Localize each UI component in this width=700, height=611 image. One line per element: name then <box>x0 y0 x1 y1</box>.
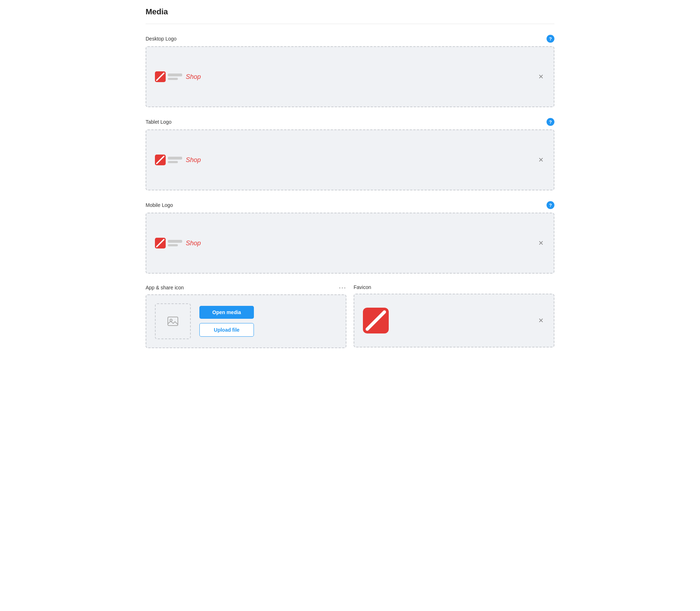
tablet-logo-section: Tablet Logo ? Shop ✕ <box>146 118 554 190</box>
mobile-logo-remove-button[interactable]: ✕ <box>537 238 545 248</box>
mobile-logo-gray-bar-sm <box>168 244 178 246</box>
page-title: Media <box>146 7 554 24</box>
mobile-logo-gray-bar <box>168 240 182 243</box>
desktop-logo-help-icon[interactable]: ? <box>547 35 554 43</box>
mobile-logo-dropzone[interactable]: Shop ✕ <box>146 213 554 274</box>
desktop-logo-gray-bar <box>168 74 182 76</box>
svg-rect-6 <box>168 317 178 326</box>
tablet-logo-help-icon[interactable]: ? <box>547 118 554 126</box>
desktop-logo-remove-button[interactable]: ✕ <box>537 72 545 81</box>
app-share-icon-buttons: Open media Upload file <box>199 306 254 337</box>
app-share-icon-placeholder <box>155 303 191 339</box>
app-share-icon-section: App & share icon ··· Open media Upload f… <box>146 284 346 348</box>
app-share-icon-more-button[interactable]: ··· <box>339 284 346 291</box>
svg-point-7 <box>170 319 172 321</box>
desktop-logo-shop-text: Shop <box>186 73 201 81</box>
favicon-label: Favicon <box>354 284 371 290</box>
tablet-logo-shop-text: Shop <box>186 156 201 164</box>
bottom-row: App & share icon ··· Open media Upload f… <box>146 284 554 348</box>
mobile-logo-help-icon[interactable]: ? <box>547 201 554 209</box>
app-share-icon-header: App & share icon ··· <box>146 284 346 291</box>
favicon-icon-wrapper <box>363 308 389 333</box>
favicon-header: Favicon <box>354 284 554 290</box>
tablet-logo-brand-icon <box>155 155 166 165</box>
open-media-button[interactable]: Open media <box>199 306 254 319</box>
tablet-logo-header: Tablet Logo ? <box>146 118 554 126</box>
desktop-logo-section: Desktop Logo ? Shop ✕ <box>146 35 554 107</box>
favicon-brand-icon <box>363 308 389 333</box>
desktop-logo-text-block <box>168 74 182 80</box>
desktop-logo-label: Desktop Logo <box>146 36 176 42</box>
mobile-logo-section: Mobile Logo ? Shop ✕ <box>146 201 554 274</box>
mobile-logo-text-block <box>168 240 182 246</box>
tablet-logo-gray-bar-sm <box>168 161 178 163</box>
tablet-logo-label: Tablet Logo <box>146 119 171 125</box>
mobile-logo-header: Mobile Logo ? <box>146 201 554 209</box>
tablet-logo-text-block <box>168 157 182 163</box>
desktop-logo-dropzone[interactable]: Shop ✕ <box>146 46 554 107</box>
mobile-logo-preview: Shop <box>155 238 201 248</box>
tablet-logo-remove-button[interactable]: ✕ <box>537 155 545 165</box>
desktop-logo-gray-bar-sm <box>168 78 178 80</box>
tablet-logo-preview: Shop <box>155 155 201 165</box>
favicon-remove-button[interactable]: ✕ <box>537 316 545 325</box>
mobile-logo-label: Mobile Logo <box>146 202 173 208</box>
app-share-icon-dropzone[interactable]: Open media Upload file <box>146 294 346 348</box>
upload-file-button[interactable]: Upload file <box>199 323 254 337</box>
app-share-icon-label: App & share icon <box>146 285 184 290</box>
mobile-logo-shop-text: Shop <box>186 240 201 247</box>
tablet-logo-gray-bar <box>168 157 182 160</box>
favicon-dropzone[interactable]: ✕ <box>354 294 554 347</box>
desktop-logo-header: Desktop Logo ? <box>146 35 554 43</box>
desktop-logo-preview: Shop <box>155 71 201 82</box>
tablet-logo-dropzone[interactable]: Shop ✕ <box>146 129 554 190</box>
image-placeholder-icon <box>166 315 179 328</box>
mobile-logo-brand-icon <box>155 238 166 248</box>
desktop-logo-brand-icon <box>155 71 166 82</box>
favicon-section: Favicon ✕ <box>354 284 554 348</box>
